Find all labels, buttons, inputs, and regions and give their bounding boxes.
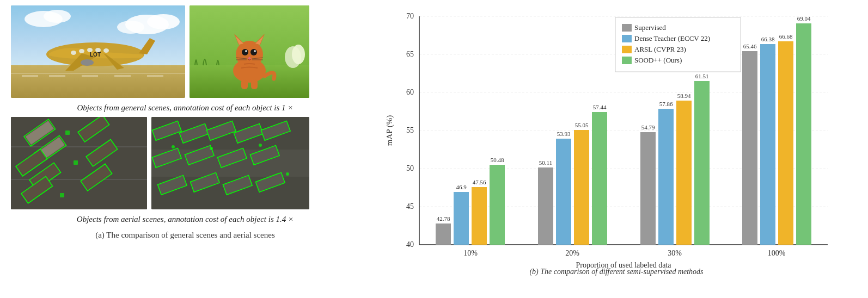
svg-rect-57 <box>74 160 78 165</box>
bar-20-arsl <box>574 130 589 245</box>
svg-point-34 <box>254 50 256 52</box>
svg-point-13 <box>81 59 94 66</box>
bar-10-supervised <box>436 223 451 245</box>
svg-rect-119 <box>622 35 632 42</box>
svg-rect-1 <box>11 65 185 98</box>
right-panel: 40 45 50 55 60 65 70 mAP (%) 42.78 46.9 … <box>370 0 868 298</box>
svg-text:60: 60 <box>406 88 414 96</box>
svg-rect-16 <box>22 75 38 77</box>
svg-text:50.48: 50.48 <box>491 157 504 163</box>
svg-rect-41 <box>251 79 258 89</box>
svg-rect-121 <box>622 46 632 53</box>
svg-rect-40 <box>241 79 248 89</box>
chart-container: 40 45 50 55 60 65 70 mAP (%) 42.78 46.9 … <box>381 5 852 266</box>
svg-point-33 <box>245 50 247 52</box>
svg-text:mAP (%): mAP (%) <box>385 115 394 146</box>
svg-rect-123 <box>622 57 632 64</box>
bar-30-arsl <box>676 101 692 245</box>
svg-text:53.93: 53.93 <box>557 131 571 137</box>
bar-30-dense <box>658 109 674 245</box>
left-fig-caption: (a) The comparison of general scenes and… <box>95 231 275 240</box>
top-images: LOT <box>11 5 359 98</box>
bar-30-sood <box>694 81 710 245</box>
plane-image: LOT <box>11 5 185 98</box>
svg-text:42.78: 42.78 <box>437 215 450 222</box>
svg-rect-17 <box>49 75 65 77</box>
svg-text:61.51: 61.51 <box>695 73 709 79</box>
bar-100-dense <box>760 44 775 245</box>
bar-20-dense <box>556 139 571 245</box>
svg-point-24 <box>292 45 305 64</box>
bar-100-arsl <box>778 41 793 245</box>
bar-10-dense <box>454 192 469 245</box>
svg-text:30%: 30% <box>668 249 682 257</box>
kitten-image <box>190 5 309 98</box>
svg-point-8 <box>71 51 76 55</box>
svg-text:10%: 10% <box>463 249 478 257</box>
svg-text:ARSL (CVPR 23): ARSL (CVPR 23) <box>634 45 686 53</box>
aerial-image-2 <box>151 117 309 209</box>
bar-30-supervised <box>640 132 656 245</box>
svg-text:45: 45 <box>406 202 414 210</box>
svg-text:66.38: 66.38 <box>761 36 775 42</box>
svg-point-77 <box>286 172 289 176</box>
left-panel: LOT <box>0 0 370 298</box>
svg-rect-58 <box>60 193 64 197</box>
svg-text:58.94: 58.94 <box>677 92 691 99</box>
svg-point-3 <box>147 14 180 29</box>
bar-20-sood <box>592 112 607 245</box>
svg-point-76 <box>259 144 262 147</box>
bar-100-sood <box>796 23 811 245</box>
bottom-images <box>11 117 359 209</box>
svg-point-74 <box>172 145 175 148</box>
aerial-image-1 <box>11 117 147 209</box>
bar-10-sood <box>490 165 505 245</box>
svg-rect-18 <box>82 75 98 77</box>
bar-20-supervised <box>538 167 553 245</box>
svg-text:LOT: LOT <box>90 52 101 58</box>
svg-text:Supervised: Supervised <box>634 23 666 32</box>
bar-100-supervised <box>742 51 757 245</box>
svg-point-32 <box>250 49 257 55</box>
svg-point-12 <box>103 48 109 53</box>
svg-text:47.56: 47.56 <box>473 179 486 185</box>
svg-text:70: 70 <box>406 12 414 20</box>
svg-rect-20 <box>147 75 163 77</box>
svg-text:Proportion of used labeled dat: Proportion of used labeled data <box>576 261 672 269</box>
svg-text:69.04: 69.04 <box>797 15 811 22</box>
svg-point-6 <box>44 10 71 23</box>
svg-text:46.9: 46.9 <box>456 184 467 190</box>
svg-text:65.46: 65.46 <box>743 43 757 49</box>
svg-text:55: 55 <box>406 126 414 134</box>
svg-text:54.79: 54.79 <box>641 124 655 131</box>
general-scene-caption: Objects from general scenes, annotation … <box>77 103 294 113</box>
svg-text:55.05: 55.05 <box>575 122 589 128</box>
svg-text:100%: 100% <box>768 249 786 257</box>
svg-point-75 <box>210 147 213 150</box>
svg-rect-19 <box>114 75 131 77</box>
svg-text:65: 65 <box>406 50 414 58</box>
svg-text:40: 40 <box>406 240 414 249</box>
svg-point-31 <box>242 49 248 55</box>
svg-point-9 <box>79 49 84 53</box>
svg-text:Dense Teacher (ECCV 22): Dense Teacher (ECCV 22) <box>634 34 710 42</box>
svg-text:SOOD++ (Ours): SOOD++ (Ours) <box>634 56 682 64</box>
svg-text:50.11: 50.11 <box>539 159 552 166</box>
svg-text:20%: 20% <box>565 249 579 257</box>
bar-10-arsl <box>472 187 487 245</box>
svg-text:57.86: 57.86 <box>659 101 673 107</box>
svg-text:50: 50 <box>406 164 414 172</box>
svg-text:66.68: 66.68 <box>779 33 793 40</box>
svg-point-4 <box>117 21 144 34</box>
svg-rect-56 <box>65 131 70 135</box>
svg-text:57.44: 57.44 <box>593 104 607 110</box>
svg-rect-117 <box>622 24 632 32</box>
aerial-scene-caption: Objects from aerial scenes, annotation c… <box>77 215 294 224</box>
